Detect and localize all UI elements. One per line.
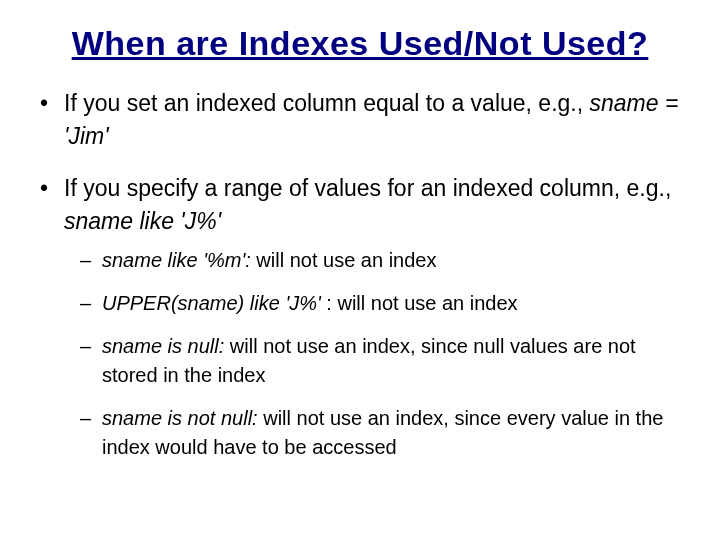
sub-bullet-post: will not use an index bbox=[251, 249, 437, 271]
sub-bullet-em: UPPER(sname) like 'J%' bbox=[102, 292, 321, 314]
sub-bullet-em: sname like '%m': bbox=[102, 249, 251, 271]
slide: When are Indexes Used/Not Used? If you s… bbox=[0, 0, 720, 540]
sub-bullet-em: sname is null: bbox=[102, 335, 224, 357]
bullet-text-pre: If you set an indexed column equal to a … bbox=[64, 90, 590, 116]
sub-bullet-list: sname like '%m': will not use an index U… bbox=[78, 246, 684, 462]
bullet-text-em: sname like 'J%' bbox=[64, 208, 221, 234]
slide-title: When are Indexes Used/Not Used? bbox=[36, 24, 684, 63]
sub-bullet-post: : will not use an index bbox=[321, 292, 518, 314]
bullet-list: If you set an indexed column equal to a … bbox=[36, 87, 684, 462]
bullet-item: If you specify a range of values for an … bbox=[36, 172, 684, 463]
sub-bullet-em: sname is not null: bbox=[102, 407, 258, 429]
sub-bullet-item: sname like '%m': will not use an index bbox=[78, 246, 684, 275]
sub-bullet-item: sname is not null: will not use an index… bbox=[78, 404, 684, 462]
bullet-item: If you set an indexed column equal to a … bbox=[36, 87, 684, 154]
sub-bullet-item: sname is null: will not use an index, si… bbox=[78, 332, 684, 390]
sub-bullet-item: UPPER(sname) like 'J%' : will not use an… bbox=[78, 289, 684, 318]
bullet-text-pre: If you specify a range of values for an … bbox=[64, 175, 671, 201]
